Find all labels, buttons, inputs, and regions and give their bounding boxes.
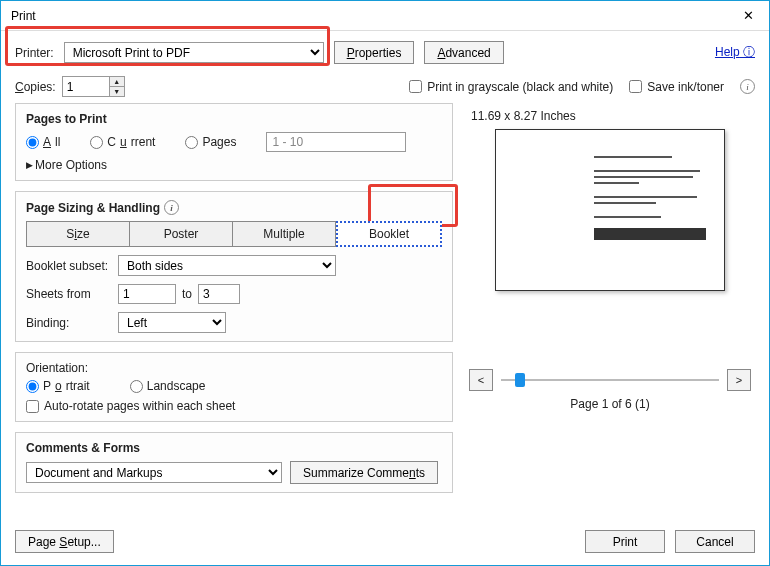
grayscale-checkbox[interactable]: Print in grayscale (black and white) bbox=[409, 80, 613, 94]
binding-select[interactable]: Left bbox=[118, 312, 226, 333]
sheets-to-input[interactable] bbox=[198, 284, 240, 304]
preview-pane: 11.69 x 8.27 Inches < bbox=[465, 103, 755, 514]
sizing-heading: Page Sizing & Handling i bbox=[26, 200, 442, 215]
copies-input[interactable] bbox=[62, 76, 110, 97]
window-title: Print bbox=[11, 9, 36, 23]
pages-range-input[interactable] bbox=[266, 132, 406, 152]
print-dialog: Print ✕ Printer: Microsoft Print to PDF … bbox=[0, 0, 770, 566]
comments-panel: Comments & Forms Document and Markups Su… bbox=[15, 432, 453, 493]
booklet-subset-label: Booklet subset: bbox=[26, 259, 112, 273]
copies-up[interactable]: ▲ bbox=[110, 77, 124, 86]
radio-pages[interactable]: Pages bbox=[185, 135, 236, 149]
properties-button[interactable]: Properties bbox=[334, 41, 415, 64]
info-icon: i bbox=[740, 79, 755, 94]
orientation-panel: Orientation: Portrait Landscape Auto-rot… bbox=[15, 352, 453, 422]
advanced-button[interactable]: Advanced bbox=[424, 41, 503, 64]
pages-heading: Pages to Print bbox=[26, 112, 442, 126]
cancel-button[interactable]: Cancel bbox=[675, 530, 755, 553]
sheets-from-input[interactable] bbox=[118, 284, 176, 304]
help-link[interactable]: Help ⓘ bbox=[715, 44, 755, 61]
pages-to-print-panel: Pages to Print All Current Pages ▶More O… bbox=[15, 103, 453, 181]
save-ink-checkbox[interactable]: Save ink/toner bbox=[629, 80, 724, 94]
orientation-heading: Orientation: bbox=[26, 361, 442, 375]
sheets-from-label: Sheets from bbox=[26, 287, 112, 301]
to-label: to bbox=[182, 287, 192, 301]
binding-label: Binding: bbox=[26, 316, 112, 330]
copies-down[interactable]: ▼ bbox=[110, 86, 124, 96]
summarize-comments-button[interactable]: Summarize Comments bbox=[290, 461, 438, 484]
sizing-panel: Page Sizing & Handling i Size Poster Mul… bbox=[15, 191, 453, 342]
page-dimensions: 11.69 x 8.27 Inches bbox=[471, 109, 755, 123]
page-preview bbox=[495, 129, 725, 291]
page-setup-button[interactable]: Page Setup... bbox=[15, 530, 114, 553]
tab-booklet[interactable]: Booklet bbox=[336, 221, 442, 247]
preview-page-label: Page 1 of 6 (1) bbox=[465, 397, 755, 411]
radio-current[interactable]: Current bbox=[90, 135, 155, 149]
titlebar: Print ✕ bbox=[1, 1, 769, 31]
autorotate-checkbox[interactable]: Auto-rotate pages within each sheet bbox=[26, 399, 442, 413]
radio-landscape[interactable]: Landscape bbox=[130, 379, 206, 393]
preview-next-button[interactable]: > bbox=[727, 369, 751, 391]
more-options-toggle[interactable]: ▶More Options bbox=[26, 158, 442, 172]
copies-spinner[interactable]: ▲▼ bbox=[62, 76, 125, 97]
booklet-subset-select[interactable]: Both sides bbox=[118, 255, 336, 276]
comments-heading: Comments & Forms bbox=[26, 441, 442, 455]
tab-poster[interactable]: Poster bbox=[130, 221, 233, 247]
printer-select[interactable]: Microsoft Print to PDF bbox=[64, 42, 324, 63]
print-button[interactable]: Print bbox=[585, 530, 665, 553]
comments-select[interactable]: Document and Markups bbox=[26, 462, 282, 483]
radio-portrait[interactable]: Portrait bbox=[26, 379, 90, 393]
preview-prev-button[interactable]: < bbox=[469, 369, 493, 391]
close-button[interactable]: ✕ bbox=[727, 1, 769, 31]
copies-label: Copies: bbox=[15, 80, 56, 94]
info-icon: i bbox=[164, 200, 179, 215]
preview-slider[interactable] bbox=[501, 369, 719, 391]
printer-label: Printer: bbox=[15, 46, 54, 60]
tab-size[interactable]: Size bbox=[26, 221, 130, 247]
radio-all[interactable]: All bbox=[26, 135, 60, 149]
tab-multiple[interactable]: Multiple bbox=[233, 221, 336, 247]
